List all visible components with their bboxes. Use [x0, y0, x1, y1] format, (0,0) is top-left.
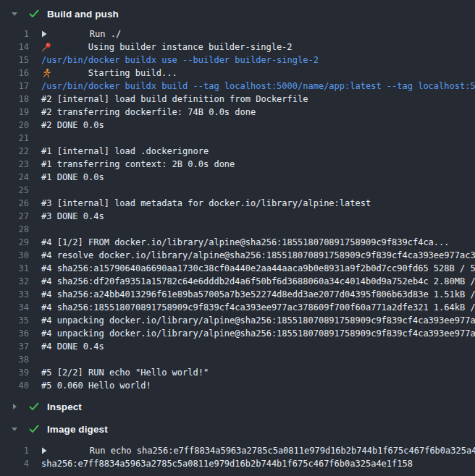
line-number[interactable]: 4	[0, 457, 29, 470]
line-number[interactable]: 40	[0, 379, 29, 392]
line-number[interactable]: 14	[0, 41, 29, 54]
log-line[interactable]: 35 #4 unpacking docker.io	[0, 314, 475, 327]
log-section: Build and push 1	[0, 7, 475, 392]
line-content: #5 [2/2] RUN echo "Hello world!"	[41, 366, 209, 379]
log-line[interactable]: 37 #4 DONE 0.4s	[0, 340, 475, 353]
line-number[interactable]: 30	[0, 249, 29, 262]
section-header-inspect[interactable]: Inspect	[0, 399, 475, 414]
line-number[interactable]: 26	[0, 197, 29, 210]
log-line[interactable]: 34 #4 sha256:185518070891	[0, 301, 475, 314]
caret-down-icon[interactable]	[11, 10, 18, 17]
line-text: #5 [2/2] RUN echo "Hello world!"	[41, 366, 209, 379]
line-content: #1 transferring context: 2B 0.0s done	[41, 158, 235, 171]
line-number[interactable]: 23	[0, 158, 29, 171]
log-section: Image digest 1	[0, 422, 475, 470]
line-text: sha256:e7ff8834a5963a2785c5a0811e979d16b…	[41, 457, 413, 470]
log-line[interactable]: 30 #4 resolve docker.io/l	[0, 249, 475, 262]
log-line[interactable]: 20 #2 DONE 0.0s	[0, 119, 475, 132]
line-text: #4 unpacking docker.io/library/alpine@sh…	[41, 327, 475, 340]
log-line[interactable]: 17 /usr/bin/docker buildx	[0, 80, 475, 93]
line-content: Starting build...	[41, 67, 177, 80]
log-line[interactable]: 39 #5 [2/2] RUN echo "Hel	[0, 366, 475, 379]
line-text: #2 [internal] load build definition from…	[41, 93, 308, 106]
section-header-build-and-push[interactable]: Build and push	[0, 7, 475, 21]
line-number[interactable]: 39	[0, 366, 29, 379]
log-line[interactable]: 36 #4 unpacking docker.io	[0, 327, 475, 340]
section-header-image-digest[interactable]: Image digest	[0, 422, 475, 436]
line-number[interactable]: 32	[0, 275, 29, 288]
log-line[interactable]: 25	[0, 184, 475, 197]
line-number[interactable]: 18	[0, 93, 29, 106]
line-number[interactable]: 29	[0, 236, 29, 249]
log-line[interactable]: 28	[0, 223, 475, 236]
line-text: #1 DONE 0.0s	[41, 171, 104, 184]
log-line[interactable]: 24 #1 DONE 0.0s	[0, 171, 475, 184]
log-line[interactable]: 16 Starting build...	[0, 67, 475, 80]
line-text: Using builder instance builder-single-2	[88, 41, 293, 54]
section-log-lines: 1 Run ./	[0, 27, 475, 392]
line-text: /usr/bin/docker buildx use --builder bui…	[41, 54, 319, 67]
check-icon	[29, 425, 39, 433]
line-number[interactable]: 20	[0, 119, 29, 132]
log-line[interactable]: 40 #5 0.060 Hello world!	[0, 379, 475, 392]
line-content: #1 DONE 0.0s	[41, 171, 104, 184]
log-line[interactable]: 33 #4 sha256:a24bb4013296	[0, 288, 475, 301]
log-line[interactable]: 23 #1 transferring contex	[0, 158, 475, 171]
line-number[interactable]: 25	[0, 184, 29, 197]
line-number[interactable]: 16	[0, 67, 29, 80]
line-number[interactable]: 36	[0, 327, 29, 340]
line-number[interactable]: 38	[0, 353, 29, 366]
line-number[interactable]: 28	[0, 223, 29, 236]
log-line[interactable]: 21	[0, 132, 475, 145]
line-number[interactable]: 31	[0, 262, 29, 275]
line-number[interactable]: 27	[0, 210, 29, 223]
log-line[interactable]: 15 /usr/bin/docker buildx	[0, 54, 475, 67]
log-line[interactable]: 22 #1 [internal] load .do	[0, 145, 475, 158]
line-text: Starting build...	[88, 67, 177, 80]
log-line[interactable]: 14 Using builder instance	[0, 41, 475, 54]
line-text: #4 DONE 0.4s	[41, 340, 104, 353]
play-triangle-icon[interactable]	[41, 444, 83, 457]
line-content: /usr/bin/docker buildx build --tag local…	[41, 80, 475, 93]
log-line[interactable]: 4 sha256:e7ff8834a5963a27	[0, 457, 475, 470]
line-number[interactable]: 17	[0, 80, 29, 93]
line-number[interactable]: 22	[0, 145, 29, 158]
log-section: Inspect	[0, 399, 475, 414]
log-line[interactable]: 29 #4 [1/2] FROM docker.i	[0, 236, 475, 249]
line-text: /usr/bin/docker buildx build --tag local…	[41, 80, 475, 93]
line-text: #2 DONE 0.0s	[41, 119, 104, 132]
line-number[interactable]: 1	[0, 27, 29, 41]
line-number[interactable]: 34	[0, 301, 29, 314]
log-line[interactable]: 38	[0, 353, 475, 366]
caret-down-icon[interactable]	[11, 425, 18, 433]
section-title: Build and push	[43, 9, 119, 20]
line-content: #3 DONE 0.4s	[41, 210, 104, 223]
line-number[interactable]: 33	[0, 288, 29, 301]
line-number[interactable]: 37	[0, 340, 29, 353]
line-text: #4 sha256:185518070891758909c9f839cf4ca3…	[41, 301, 475, 314]
log-line[interactable]: 1 Run ./	[0, 27, 475, 41]
log-line[interactable]: 18 #2 [internal] load bui	[0, 93, 475, 106]
check-icon	[29, 402, 39, 411]
log-line[interactable]: 26 #3 [internal] load met	[0, 197, 475, 210]
log-line[interactable]: 32 #4 sha256:df20fa9351a1	[0, 275, 475, 288]
line-number[interactable]: 1	[0, 444, 29, 457]
line-text: #4 resolve docker.io/library/alpine@sha2…	[41, 249, 475, 262]
line-number[interactable]: 24	[0, 171, 29, 184]
runner-icon	[41, 67, 83, 80]
line-number[interactable]: 21	[0, 132, 29, 145]
log-line[interactable]: 27 #3 DONE 0.4s	[0, 210, 475, 223]
line-number[interactable]: 35	[0, 314, 29, 327]
caret-right-icon[interactable]	[11, 403, 18, 410]
section-title: Inspect	[43, 401, 82, 412]
line-text: #4 unpacking docker.io/library/alpine@sh…	[41, 314, 475, 327]
log-line[interactable]: 19 #2 transferring docker	[0, 106, 475, 119]
play-triangle-icon[interactable]	[41, 27, 83, 41]
log-line[interactable]: 31 #4 sha256:a15790640a66	[0, 262, 475, 275]
line-content: #5 0.060 Hello world!	[41, 379, 151, 392]
line-content: #4 resolve docker.io/library/alpine@sha2…	[41, 249, 475, 262]
line-number[interactable]: 15	[0, 54, 29, 67]
line-number[interactable]: 19	[0, 106, 29, 119]
line-content: #4 unpacking docker.io/library/alpine@sh…	[41, 327, 475, 340]
log-line[interactable]: 1 Run echo sha256:e7ff883	[0, 444, 475, 457]
